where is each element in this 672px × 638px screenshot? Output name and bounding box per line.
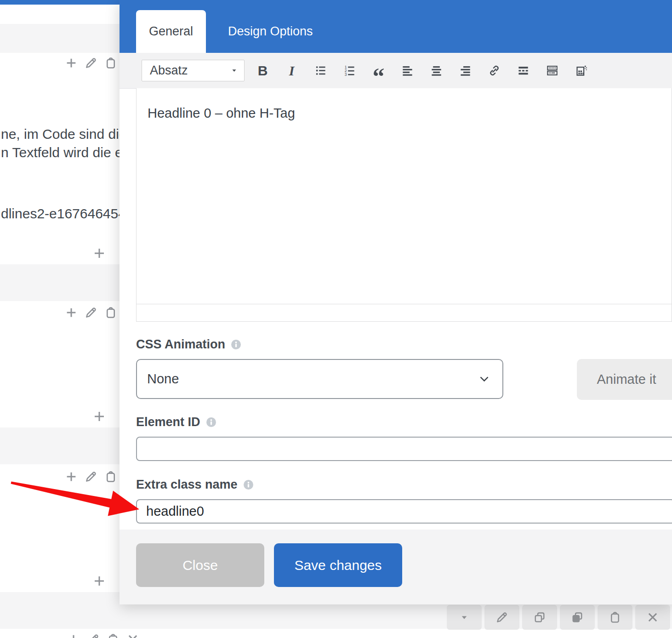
paste-element-button[interactable]: [598, 605, 632, 630]
bullet-list-icon: [314, 64, 327, 77]
background-paragraph-line: n Textfeld wird die ent: [1, 145, 134, 160]
read-more-icon: [517, 64, 530, 77]
element-controls-row: [67, 632, 140, 638]
red-annotation-arrow: [8, 477, 142, 519]
svg-text:3: 3: [345, 72, 347, 77]
clipboard-icon[interactable]: [106, 632, 120, 638]
tab-design-options[interactable]: Design Options: [219, 10, 322, 53]
clipboard-icon[interactable]: [104, 306, 118, 319]
caret-down-icon: [457, 610, 471, 624]
editor-content-text[interactable]: Headline 0 – ohne H-Tag: [137, 88, 672, 121]
toolbar-toggle-button[interactable]: [538, 53, 567, 88]
toolbar-toggle-icon: [546, 64, 558, 77]
element-controls-row: [64, 56, 118, 70]
tab-design-options-label: Design Options: [228, 24, 313, 39]
extra-class-label-row: Extra class name: [136, 478, 254, 492]
align-right-button[interactable]: [451, 53, 480, 88]
background-filename-text: dlines2-e1676464540: [1, 206, 134, 222]
info-icon[interactable]: [243, 479, 254, 490]
close-icon[interactable]: [126, 632, 140, 638]
bullet-list-button[interactable]: [306, 53, 335, 88]
rich-text-editor[interactable]: Headline 0 – ohne H-Tag: [136, 88, 672, 322]
clipboard-icon: [608, 610, 622, 624]
element-id-input[interactable]: [136, 437, 672, 461]
align-right-icon: [459, 64, 472, 77]
add-element-icon[interactable]: [92, 246, 107, 261]
css-animation-label: CSS Animation: [136, 337, 225, 352]
blockquote-icon: “: [373, 63, 385, 79]
extra-class-label: Extra class name: [136, 478, 238, 492]
add-element-icon[interactable]: [92, 409, 107, 424]
align-center-icon: [430, 64, 443, 77]
background-band: [0, 427, 120, 464]
align-center-button[interactable]: [422, 53, 451, 88]
paste-special-button[interactable]: [567, 53, 596, 88]
caret-down-icon: [231, 67, 238, 74]
clipboard-icon[interactable]: [104, 56, 118, 70]
extra-class-input[interactable]: [136, 499, 672, 524]
add-element-icon[interactable]: [92, 574, 107, 588]
align-left-button[interactable]: [393, 53, 422, 88]
bold-icon: B: [258, 63, 268, 79]
modal-footer: Close Save changes: [120, 530, 672, 604]
delete-element-button[interactable]: [635, 605, 670, 630]
format-dropdown-value: Absatz: [150, 63, 188, 78]
pencil-icon[interactable]: [84, 56, 98, 70]
copy-icon: [533, 610, 547, 624]
clone-element-button[interactable]: [560, 605, 595, 630]
add-element-icon[interactable]: [64, 306, 78, 319]
add-element-icon[interactable]: [67, 632, 80, 638]
italic-icon: I: [289, 63, 295, 79]
tab-general[interactable]: General: [136, 10, 206, 53]
close-button[interactable]: Close: [136, 543, 264, 587]
pencil-icon[interactable]: [86, 632, 100, 638]
css-animation-selected-value: None: [147, 371, 179, 387]
pencil-icon[interactable]: [84, 306, 98, 319]
clone-icon: [570, 610, 584, 624]
link-icon: [488, 64, 501, 77]
animate-it-button[interactable]: Animate it: [577, 359, 672, 400]
element-id-label-row: Element ID: [136, 415, 216, 429]
paste-special-icon: [575, 64, 587, 77]
background-band: [0, 264, 120, 301]
italic-button[interactable]: I: [277, 53, 306, 88]
info-icon[interactable]: [206, 417, 216, 427]
screen: ne, im Code sind diese n Textfeld wird d…: [0, 0, 672, 638]
blockquote-button[interactable]: “: [364, 53, 393, 88]
pencil-icon: [495, 610, 509, 624]
element-controls-strip: [447, 605, 670, 630]
background-top-bar: [0, 0, 120, 5]
info-icon[interactable]: [231, 339, 241, 350]
toggle-controls-button[interactable]: [447, 605, 482, 630]
bold-button[interactable]: B: [248, 53, 277, 88]
element-controls-row: [64, 306, 118, 319]
background-band: [0, 24, 120, 53]
element-id-label: Element ID: [136, 415, 200, 429]
element-settings-modal: General Design Options Absatz B I 123 “: [120, 0, 672, 604]
modal-header: General Design Options: [120, 0, 672, 53]
tab-general-label: General: [149, 24, 193, 39]
css-animation-select[interactable]: None: [136, 359, 503, 399]
format-dropdown[interactable]: Absatz: [142, 60, 245, 81]
css-animation-label-row: CSS Animation: [136, 337, 241, 352]
editor-toolbar: Absatz B I 123 “: [120, 53, 672, 89]
save-changes-button[interactable]: Save changes: [274, 543, 402, 587]
chevron-down-icon: [478, 373, 490, 385]
read-more-button[interactable]: [509, 53, 538, 88]
close-icon: [646, 610, 660, 624]
copy-element-button[interactable]: [522, 605, 557, 630]
edit-element-button[interactable]: [484, 605, 519, 630]
editor-status-bar: [137, 304, 672, 321]
numbered-list-button[interactable]: 123: [335, 53, 364, 88]
align-left-icon: [401, 64, 414, 77]
link-button[interactable]: [480, 53, 509, 88]
add-element-icon[interactable]: [64, 56, 78, 70]
numbered-list-icon: 123: [343, 64, 356, 77]
